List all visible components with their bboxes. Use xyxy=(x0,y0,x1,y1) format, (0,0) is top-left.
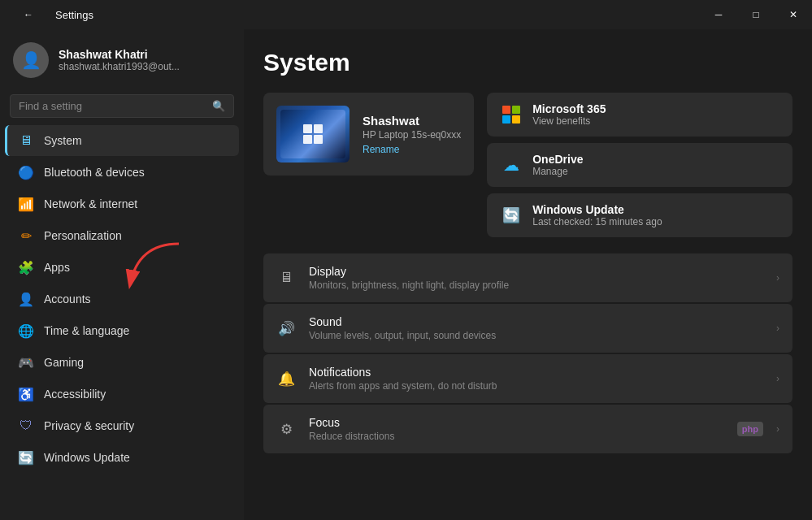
network-icon: 📶 xyxy=(18,196,34,212)
windows-logo xyxy=(303,124,323,144)
bluetooth-icon: 🔵 xyxy=(18,164,34,180)
search-box[interactable]: 🔍 xyxy=(10,94,234,118)
winupdate-action: Last checked: 15 minutes ago xyxy=(532,216,662,228)
sidebar-item-label: Time & language xyxy=(44,324,129,337)
sidebar-item-update[interactable]: 🔄 Windows Update xyxy=(5,442,239,473)
sidebar-item-label: Bluetooth & devices xyxy=(44,166,145,179)
display-chevron: › xyxy=(776,272,779,284)
sound-icon: 🔊 xyxy=(276,318,296,338)
page-title: System xyxy=(263,49,792,76)
notifications-title: Notifications xyxy=(309,366,763,379)
device-card[interactable]: Shashwat HP Laptop 15s-eq0xxx Rename xyxy=(263,93,474,176)
sidebar-item-label: Privacy & security xyxy=(44,419,134,432)
sound-title: Sound xyxy=(309,315,763,328)
update-icon: 🔄 xyxy=(18,449,34,466)
maximize-button[interactable]: □ xyxy=(737,0,775,29)
settings-list: 🖥 Display Monitors, brightness, night li… xyxy=(263,254,792,453)
time-icon: 🌐 xyxy=(18,323,34,339)
notifications-icon: 🔔 xyxy=(276,369,296,388)
onedrive-card[interactable]: ☁ OneDrive Manage xyxy=(487,143,792,187)
sidebar-item-gaming[interactable]: 🎮 Gaming xyxy=(5,347,239,378)
winupdate-icon: 🔄 xyxy=(500,204,523,227)
display-icon: 🖥 xyxy=(276,268,296,288)
user-name: Shashwat Khatri xyxy=(59,48,180,61)
sidebar-item-accounts[interactable]: 👤 Accounts xyxy=(5,284,239,314)
services-section: Microsoft 365 View benefits ☁ OneDrive M… xyxy=(487,93,792,237)
ms365-card[interactable]: Microsoft 365 View benefits xyxy=(487,93,792,136)
system-icon: 🖥 xyxy=(18,132,34,149)
onedrive-name: OneDrive xyxy=(532,153,583,166)
search-container: 🔍 xyxy=(0,88,244,124)
titlebar-left: ← Settings xyxy=(10,0,93,29)
sidebar-item-label: Windows Update xyxy=(44,451,130,464)
sidebar-item-privacy[interactable]: 🛡 Privacy & security xyxy=(5,410,239,441)
sidebar-item-label: Personalization xyxy=(44,229,122,242)
display-setting[interactable]: 🖥 Display Monitors, brightness, night li… xyxy=(263,254,792,302)
focus-chevron: › xyxy=(776,423,779,435)
focus-icon: ⚙ xyxy=(276,419,296,439)
sidebar-item-time[interactable]: 🌐 Time & language xyxy=(5,315,239,346)
avatar: 👤 xyxy=(13,42,49,78)
ms365-icon xyxy=(500,103,523,126)
sidebar-item-bluetooth[interactable]: 🔵 Bluetooth & devices xyxy=(5,157,239,188)
app-title: Settings xyxy=(55,9,93,21)
accounts-icon: 👤 xyxy=(18,291,34,307)
php-badge: php xyxy=(737,422,763,436)
focus-title: Focus xyxy=(309,416,724,429)
sidebar-item-label: Accessibility xyxy=(44,388,106,401)
sidebar-item-label: Accounts xyxy=(44,292,91,306)
winupdate-name: Windows Update xyxy=(532,203,662,216)
device-thumbnail xyxy=(276,106,350,162)
device-model: HP Laptop 15s-eq0xxx xyxy=(363,129,461,141)
display-title: Display xyxy=(309,265,763,278)
back-button[interactable]: ← xyxy=(10,0,47,29)
top-section: Shashwat HP Laptop 15s-eq0xxx Rename Mic… xyxy=(263,93,792,237)
privacy-icon: 🛡 xyxy=(18,418,34,434)
ms365-action: View benefits xyxy=(532,115,606,127)
titlebar: ← Settings ─ □ ✕ xyxy=(0,0,812,29)
window-controls: ─ □ ✕ xyxy=(700,0,812,29)
focus-setting[interactable]: ⚙ Focus Reduce distractions php › xyxy=(263,405,792,453)
minimize-button[interactable]: ─ xyxy=(700,0,737,29)
main-content: System Shashwat HP Laptop 15s-eq0xxx Ren… xyxy=(244,29,812,520)
sound-setting[interactable]: 🔊 Sound Volume levels, output, input, so… xyxy=(263,304,792,353)
nav-list: 🖥 System 🔵 Bluetooth & devices 📶 Network… xyxy=(0,124,244,520)
sidebar-item-apps[interactable]: 🧩 Apps xyxy=(5,252,239,283)
sidebar-item-label: System xyxy=(44,134,82,147)
user-email: shashwat.khatri1993@out... xyxy=(59,61,180,72)
focus-subtitle: Reduce distractions xyxy=(309,431,724,442)
sidebar-item-accessibility[interactable]: ♿ Accessibility xyxy=(5,379,239,410)
sidebar-item-label: Apps xyxy=(44,261,70,274)
rename-link[interactable]: Rename xyxy=(363,144,461,155)
gaming-icon: 🎮 xyxy=(18,354,34,370)
search-icon: 🔍 xyxy=(212,100,225,112)
search-input[interactable] xyxy=(19,100,206,112)
sidebar-item-personalization[interactable]: ✏ Personalization xyxy=(5,220,239,251)
sound-chevron: › xyxy=(776,323,779,334)
sidebar-item-label: Network & internet xyxy=(44,197,137,210)
accessibility-icon: ♿ xyxy=(18,386,34,402)
app-body: 👤 Shashwat Khatri shashwat.khatri1993@ou… xyxy=(0,29,812,520)
personalization-icon: ✏ xyxy=(18,228,34,244)
onedrive-icon: ☁ xyxy=(500,154,523,176)
sound-subtitle: Volume levels, output, input, sound devi… xyxy=(309,330,763,341)
apps-icon: 🧩 xyxy=(18,259,34,275)
notifications-chevron: › xyxy=(776,373,779,384)
device-name: Shashwat xyxy=(363,114,461,128)
onedrive-action: Manage xyxy=(532,166,583,177)
sidebar-item-system[interactable]: 🖥 System xyxy=(5,125,239,156)
display-subtitle: Monitors, brightness, night light, displ… xyxy=(309,280,763,291)
winupdate-card[interactable]: 🔄 Windows Update Last checked: 15 minute… xyxy=(487,193,792,237)
close-button[interactable]: ✕ xyxy=(775,0,812,29)
sidebar-item-label: Gaming xyxy=(44,356,84,369)
user-profile[interactable]: 👤 Shashwat Khatri shashwat.khatri1993@ou… xyxy=(0,29,244,88)
notifications-setting[interactable]: 🔔 Notifications Alerts from apps and sys… xyxy=(263,354,792,403)
notifications-subtitle: Alerts from apps and system, do not dist… xyxy=(309,380,763,392)
sidebar-item-network[interactable]: 📶 Network & internet xyxy=(5,188,239,219)
sidebar: 👤 Shashwat Khatri shashwat.khatri1993@ou… xyxy=(0,29,244,520)
ms365-name: Microsoft 365 xyxy=(532,102,606,115)
